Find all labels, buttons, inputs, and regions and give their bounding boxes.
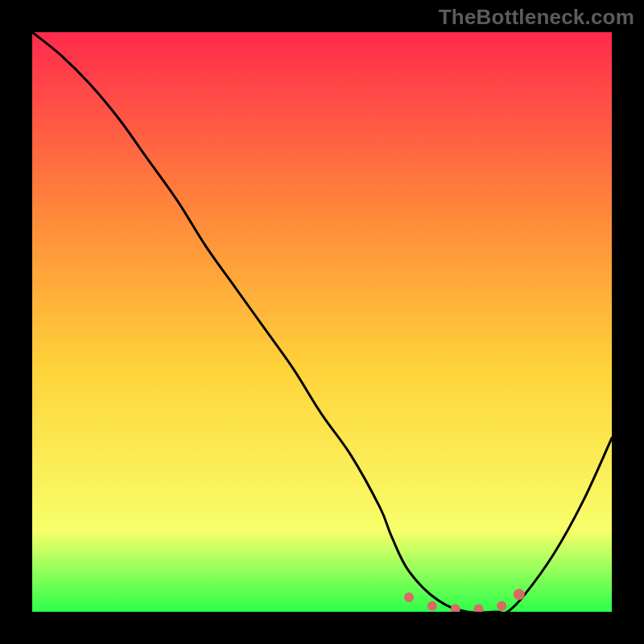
flat-cluster-mid1 [427, 601, 437, 611]
flat-cluster-left [404, 592, 414, 602]
flat-cluster-right [497, 601, 506, 611]
watermark-text: TheBottleneck.com [439, 5, 634, 30]
chart-svg [32, 32, 612, 612]
plot-area [32, 32, 612, 612]
flat-end-dot [514, 588, 525, 600]
chart-frame: TheBottleneck.com [0, 0, 644, 644]
